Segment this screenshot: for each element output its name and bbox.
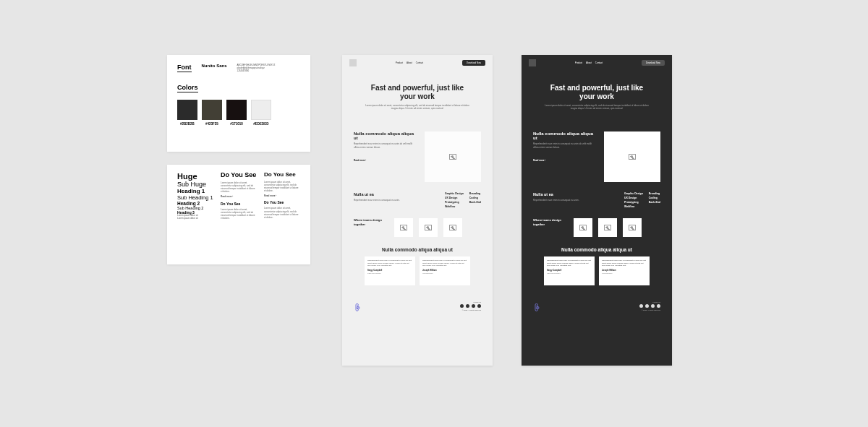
social-icon[interactable] — [651, 304, 655, 308]
social-icon[interactable] — [639, 304, 643, 308]
service-ux-design: UX Design — [445, 197, 464, 199]
service-coding: Coding — [469, 197, 481, 199]
logo-placeholder — [529, 59, 536, 66]
team-card-1 — [574, 218, 592, 237]
dys-subhead-large: Do You See — [221, 202, 257, 206]
nav-links: Product About Contact — [396, 61, 424, 64]
styleguide-card: Font Nunito Sans ABCDEFGHIJKLMNOPQRSTUVW… — [167, 55, 310, 152]
footer: Follow us © 2020 All rights reserved — [522, 296, 672, 316]
type-sub-huge: Sub Huge — [177, 181, 213, 188]
nav-contact[interactable]: Contact — [416, 61, 423, 64]
services-para: Reprehenderit esse enim in consequat eu … — [533, 199, 617, 202]
design-overview-canvas: Font Nunito Sans ABCDEFGHIJKLMNOPQRSTUVW… — [0, 0, 868, 427]
service-graphic-design: Graphic Design — [624, 192, 643, 195]
swatch-1: #2B2B2B — [177, 100, 197, 126]
feature-title: Nulla commodo aliqua aliqua ut — [354, 131, 417, 140]
team-card-1 — [394, 218, 413, 237]
dys-para-large: Lorem ipsum dolor sit amet, consectetur … — [221, 181, 257, 194]
social-icon[interactable] — [472, 304, 475, 308]
testimonials-title: Nulla commodo aliqua aliqua ut — [354, 247, 481, 252]
service-prototyping: Prototyping — [624, 201, 643, 204]
team-card-2 — [598, 218, 617, 237]
feature-image-placeholder — [425, 131, 481, 182]
image-icon — [604, 225, 611, 230]
social-icon[interactable] — [657, 304, 660, 308]
feature-link[interactable]: Read more › — [533, 159, 545, 162]
dys-para2-small: Lorem ipsum dolor sit amet, consectetur … — [264, 207, 300, 219]
image-icon — [449, 225, 456, 230]
feature-link[interactable]: Read more › — [354, 159, 366, 162]
dys-link-large: Read more › — [221, 196, 257, 199]
feature-row: Nulla commodo aliqua aliqua ut Reprehend… — [354, 131, 481, 182]
testimonials-row: Reprehenderit esse enim in consequat eu … — [354, 256, 481, 285]
social-icons — [639, 304, 660, 308]
type-heading-1: Heading 1 — [177, 188, 213, 194]
social-icon[interactable] — [460, 304, 464, 308]
service-backend: Back-End — [649, 201, 660, 204]
image-icon — [629, 154, 636, 160]
type-scale-column: Huge Sub Huge Heading 1 Sub Heading 1 He… — [177, 172, 213, 222]
social-icons — [460, 304, 481, 308]
footer-copyright: © 2020 All rights reserved — [460, 309, 481, 311]
feature-para: Reprehenderit esse enim in consequat eu … — [354, 142, 417, 148]
team-card-3 — [623, 218, 642, 237]
nav-about[interactable]: About — [586, 61, 592, 64]
mockup-light: Product About Contact Download Now Fast … — [342, 55, 493, 366]
testimonial-card-1: Reprehenderit esse enim in consequat eu … — [365, 256, 415, 285]
service-prototyping: Prototyping — [445, 201, 464, 204]
dys-para2-large: Lorem ipsum dolor sit amet, consectetur … — [221, 208, 257, 220]
colors-section-title: Colors — [177, 84, 198, 92]
nav-links: Product About Contact — [575, 61, 603, 64]
footer: Follow us © 2020 All rights reserved — [342, 296, 493, 316]
social-icon[interactable] — [477, 304, 481, 308]
nav-about[interactable]: About — [407, 61, 412, 64]
font-name: Nunito Sans — [202, 64, 227, 68]
testimonials-title: Nulla commodo aliqua aliqua ut — [533, 247, 660, 252]
service-coding: Coding — [649, 197, 660, 199]
nav-product[interactable]: Product — [396, 61, 403, 64]
image-icon — [449, 154, 456, 160]
testimonials-row: Reprehenderit esse enim in consequat eu … — [533, 256, 660, 285]
color-swatches: #2B2B2B #423F35 #171010 #EDEDED — [177, 100, 300, 126]
swatch-4: #EDEDED — [251, 100, 271, 126]
nav-contact[interactable]: Contact — [595, 61, 603, 64]
team-card-3 — [443, 218, 462, 237]
testimonial-card-1: Reprehenderit esse enim in consequat eu … — [544, 256, 595, 285]
download-button[interactable]: Download Now — [642, 60, 665, 66]
services-list: Graphic Design UX Design Prototyping Web… — [624, 192, 660, 208]
feature-image-placeholder — [604, 131, 660, 182]
footer-copyright: © 2020 All rights reserved — [639, 309, 660, 311]
dys-title-small: Do You See — [264, 172, 300, 178]
image-icon — [400, 225, 407, 230]
social-icon[interactable] — [466, 304, 469, 308]
teams-title: Where teams design together — [354, 218, 388, 225]
typography-card: Huge Sub Huge Heading 1 Sub Heading 1 He… — [167, 165, 310, 264]
figma-logo-icon — [354, 302, 361, 311]
type-sample-small: Do You See Lorem ipsum dolor sit amet, c… — [264, 172, 300, 222]
nav-product[interactable]: Product — [575, 61, 582, 64]
service-graphic-design: Graphic Design — [445, 192, 464, 195]
font-section-title: Font — [177, 64, 192, 72]
service-webflow: Webflow — [624, 205, 643, 208]
service-backend: Back-End — [469, 201, 481, 204]
team-card-2 — [419, 218, 438, 237]
type-sample-large: Do You See Lorem ipsum dolor sit amet, c… — [221, 172, 257, 222]
services-list: Graphic Design UX Design Prototyping Web… — [445, 192, 481, 208]
figma-logo-icon — [533, 302, 540, 311]
hero-subtitle: Lorem ipsum dolor sit amet, consectetur … — [542, 104, 651, 110]
teams-row: Where teams design together — [533, 218, 660, 237]
social-icon[interactable] — [645, 304, 649, 308]
dys-para-small: Lorem ipsum dolor sit amet, consectetur … — [264, 181, 300, 193]
services-title: Nulla ut ea — [533, 192, 617, 197]
services-title: Nulla ut ea — [354, 192, 438, 197]
type-caption-2: Lorem ipsum dolor sit — [177, 217, 213, 220]
feature-title: Nulla commodo aliqua aliqua ut — [533, 131, 597, 140]
type-sub-heading-1: Sub Heading 1 — [177, 194, 213, 201]
topbar: Product About Contact Download Now — [342, 55, 493, 71]
font-specimen: ABCDEFGHIJKLMNOPQRSTUVWXYZ abcdefghijklm… — [237, 64, 276, 73]
service-branding: Branding — [649, 192, 660, 195]
image-icon — [629, 225, 636, 230]
testimonial-card-2: Reprehenderit esse enim in consequat eu … — [599, 256, 650, 285]
download-button[interactable]: Download Now — [462, 60, 485, 66]
service-ux-design: UX Design — [624, 197, 643, 199]
